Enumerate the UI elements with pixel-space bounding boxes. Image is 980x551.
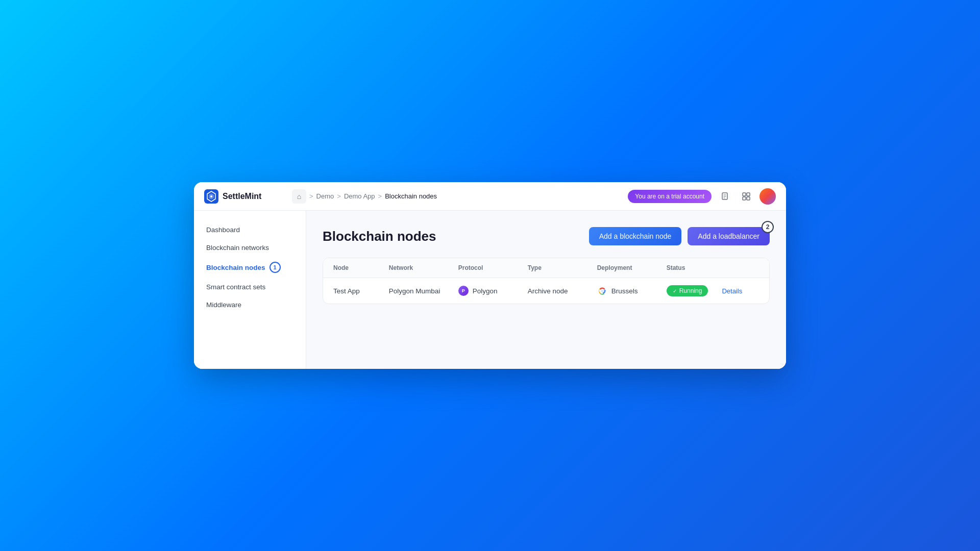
details-link[interactable]: Details: [722, 287, 742, 295]
cell-protocol: P Polygon: [458, 286, 528, 296]
status-text: Running: [679, 287, 702, 294]
col-node: Node: [333, 264, 389, 271]
breadcrumb-demo-app[interactable]: Demo App: [344, 192, 375, 200]
header: SettleMint ⌂ > Demo > Demo App > Blockch…: [194, 182, 786, 211]
main-actions: Add a blockchain node Add a loadbalancer…: [589, 227, 770, 245]
breadcrumb-sep-3: >: [378, 192, 382, 200]
cell-network: Polygon Mumbai: [389, 287, 458, 295]
svg-point-1: [210, 195, 212, 197]
protocol-name: Polygon: [473, 287, 498, 295]
col-type: Type: [528, 264, 597, 271]
grid-icon: [742, 192, 750, 201]
sidebar-item-middleware[interactable]: Middleware: [194, 296, 306, 314]
body: Dashboard Blockchain networks Blockchain…: [194, 211, 786, 369]
cell-deployment: Brussels: [597, 286, 667, 296]
svg-rect-6: [743, 193, 746, 196]
sidebar-label-blockchain-networks: Blockchain networks: [206, 244, 269, 252]
status-checkmark: ✓: [673, 288, 677, 294]
logo-area: SettleMint: [204, 189, 286, 204]
breadcrumb-current: Blockchain nodes: [385, 192, 437, 200]
table-row[interactable]: Test App Polygon Mumbai P Polygon Archiv…: [323, 278, 769, 304]
sidebar-badge-blockchain-nodes: 1: [270, 262, 281, 273]
add-loadbalancer-button[interactable]: Add a loadbalancer: [688, 227, 770, 245]
breadcrumb-sep-2: >: [337, 192, 341, 200]
col-protocol: Protocol: [458, 264, 528, 271]
cell-type: Archive node: [528, 287, 597, 295]
logo-text: SettleMint: [223, 192, 261, 201]
status-badge-running: ✓ Running: [667, 285, 708, 296]
col-action: [722, 264, 759, 271]
user-avatar[interactable]: [760, 188, 776, 205]
cell-node-name: Test App: [333, 287, 389, 295]
sidebar-label-middleware: Middleware: [206, 301, 241, 309]
sidebar: Dashboard Blockchain networks Blockchain…: [194, 211, 306, 369]
logo-icon: [204, 189, 218, 204]
main-content: Blockchain nodes Add a blockchain node A…: [306, 211, 786, 369]
gcp-icon: [597, 286, 607, 296]
deployment-location: Brussels: [611, 287, 638, 295]
nodes-table: Node Network Protocol Type Deployment St…: [323, 258, 770, 304]
sidebar-item-blockchain-networks[interactable]: Blockchain networks: [194, 239, 306, 257]
sidebar-item-blockchain-nodes[interactable]: Blockchain nodes 1: [194, 257, 306, 278]
svg-rect-9: [747, 197, 750, 200]
main-header: Blockchain nodes Add a blockchain node A…: [323, 227, 770, 245]
cell-status: ✓ Running: [667, 285, 722, 296]
svg-point-10: [601, 289, 604, 292]
cell-details[interactable]: Details: [722, 287, 759, 295]
col-deployment: Deployment: [597, 264, 667, 271]
col-network: Network: [389, 264, 458, 271]
step-badge-2: 2: [762, 221, 774, 233]
document-icon: [721, 192, 729, 201]
home-icon[interactable]: ⌂: [292, 189, 306, 204]
breadcrumb-sep-1: >: [309, 192, 313, 200]
grid-icon-button[interactable]: [738, 188, 754, 205]
sidebar-label-blockchain-nodes: Blockchain nodes: [206, 264, 265, 271]
header-actions: You are on a trial account: [628, 188, 776, 205]
sidebar-item-dashboard[interactable]: Dashboard: [194, 221, 306, 239]
sidebar-label-smart-contract-sets: Smart contract sets: [206, 283, 265, 291]
trial-badge[interactable]: You are on a trial account: [628, 190, 712, 203]
col-status: Status: [667, 264, 722, 271]
breadcrumb: ⌂ > Demo > Demo App > Blockchain nodes: [292, 189, 622, 204]
breadcrumb-demo[interactable]: Demo: [316, 192, 334, 200]
polygon-icon: P: [458, 286, 469, 296]
sidebar-item-smart-contract-sets[interactable]: Smart contract sets: [194, 278, 306, 296]
table-header: Node Network Protocol Type Deployment St…: [323, 258, 769, 278]
document-icon-button[interactable]: [717, 188, 733, 205]
svg-rect-7: [747, 193, 750, 196]
app-window: SettleMint ⌂ > Demo > Demo App > Blockch…: [194, 182, 786, 369]
svg-rect-8: [743, 197, 746, 200]
add-blockchain-node-button[interactable]: Add a blockchain node: [589, 227, 682, 245]
sidebar-label-dashboard: Dashboard: [206, 226, 240, 234]
page-title: Blockchain nodes: [323, 229, 436, 244]
